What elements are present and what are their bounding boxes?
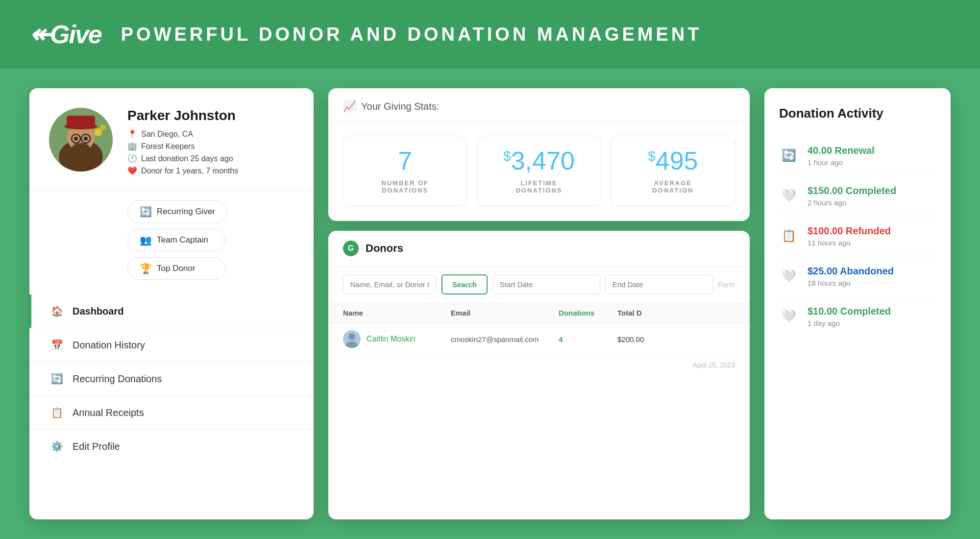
stats-grid: 7 NUMBER OFDONATIONS $3,470 LIFETIMEDONA… [328, 121, 750, 221]
sidebar-item-donation-history[interactable]: 📅 Donation History [29, 328, 314, 362]
heart-outline-icon-3: 🤍 [782, 269, 796, 283]
calendar-icon: 📅 [51, 339, 63, 351]
stat-label-donations: NUMBER OFDONATIONS [353, 179, 457, 194]
col-total: Total D [617, 309, 735, 317]
profile-meta: 📍 San Diego, CA 🏢 Forest Keepers 🕐 Last … [127, 129, 294, 175]
activity-time-3: 18 hours ago [808, 279, 936, 287]
activity-item-0: 🔄 40.00 Renewal 1 hour ago [779, 136, 936, 176]
activity-time-0: 1 hour ago [808, 158, 936, 167]
gear-icon: ⚙️ [51, 441, 63, 452]
col-name: Name [343, 309, 451, 317]
chart-icon: 📈 [343, 100, 356, 113]
svg-point-10 [84, 137, 88, 141]
renewal-icon: 🔄 [782, 148, 796, 162]
donors-header: G Donors [328, 231, 750, 267]
org-icon: 🏢 [127, 142, 136, 151]
profile-section: Parker Johnston 📍 San Diego, CA 🏢 Forest… [29, 88, 314, 191]
stat-num-donations: 7 NUMBER OFDONATIONS [343, 136, 467, 206]
activity-icon-wrap-1: 🤍 [779, 186, 799, 205]
activity-icon-wrap-3: 🤍 [779, 266, 799, 286]
profile-info: Parker Johnston 📍 San Diego, CA 🏢 Forest… [127, 108, 294, 175]
activity-title: Donation Activity [779, 106, 936, 121]
home-icon: 🏠 [51, 305, 63, 317]
list-icon: 📋 [782, 229, 796, 243]
header: ↞Give POWERFUL DONOR AND DONATION MANAGE… [0, 0, 980, 69]
stats-card: 📈 Your Giving Stats: 7 NUMBER OFDONATION… [328, 88, 750, 221]
meta-last-donation: 🕐 Last donation 25 days ago [127, 154, 294, 163]
activity-text-0: 40.00 Renewal 1 hour ago [808, 145, 936, 167]
heart-outline-icon-4: 🤍 [782, 309, 796, 323]
left-panel: Parker Johnston 📍 San Diego, CA 🏢 Forest… [29, 88, 314, 519]
give-logo-small: G [343, 241, 359, 256]
heart-outline-icon-1: 🤍 [782, 189, 796, 202]
trophy-icon: 🏆 [140, 263, 152, 274]
svg-point-12 [100, 124, 106, 130]
main-area: Parker Johnston 📍 San Diego, CA 🏢 Forest… [0, 69, 980, 539]
team-icon: 👥 [140, 234, 152, 246]
heart-icon: ❤️ [127, 166, 136, 175]
stat-average: $495 AVERAGEDONATION [611, 136, 735, 206]
badge-team-captain: 👥 Team Captain [127, 229, 225, 251]
stat-lifetime: $3,470 LIFETIMEDONATIONS [477, 136, 601, 206]
logo-arrow: ↞ [29, 20, 50, 49]
activity-amount-0: 40.00 Renewal [808, 145, 936, 156]
activity-item-1: 🤍 $150.00 Completed 2 hours ago [779, 176, 936, 216]
meta-location: 📍 San Diego, CA [127, 129, 294, 139]
donors-card: G Donors Search Form Name Email Donation… [328, 231, 750, 519]
table-footer-date: April 15, 2023 [328, 355, 750, 375]
logo: ↞Give [29, 20, 101, 49]
meta-donor-duration: ❤️ Donor for 1 years, 7 months [127, 166, 294, 175]
donors-search-bar: Search Form [328, 267, 750, 303]
form-label: Form [718, 280, 735, 289]
activity-amount-2: $100.00 Refunded [808, 225, 936, 237]
badges-section: 🔄 Recurring Giver 👥 Team Captain 🏆 Top D… [29, 191, 314, 290]
activity-time-4: 1 day ago [808, 319, 936, 327]
stat-label-average: AVERAGEDONATION [621, 179, 725, 194]
activity-icon-wrap-0: 🔄 [779, 146, 799, 165]
activity-amount-1: $150.00 Completed [808, 185, 936, 196]
activity-item-3: 🤍 $25.00 Abandoned 18 hours ago [779, 256, 936, 296]
activity-item-2: 📋 $100.00 Refunded 11 hours ago [779, 216, 936, 256]
activity-amount-4: $10.00 Completed [808, 305, 936, 317]
end-date-input[interactable] [605, 275, 713, 294]
recurring-nav-icon: 🔄 [51, 373, 63, 385]
avatar [49, 108, 113, 172]
activity-text-1: $150.00 Completed 2 hours ago [808, 185, 936, 207]
badge-top-donor: 🏆 Top Donor [127, 257, 225, 280]
stat-number-lifetime: $3,470 [487, 148, 590, 173]
row-donor-name: Caitlin Moskin [367, 335, 416, 343]
activity-text-3: $25.00 Abandoned 18 hours ago [808, 265, 936, 287]
profile-name: Parker Johnston [127, 108, 294, 123]
col-email: Email [451, 309, 559, 317]
stats-header: 📈 Your Giving Stats: [328, 88, 750, 121]
sidebar-item-annual-receipts[interactable]: 📋 Annual Receipts [29, 395, 314, 429]
clock-icon: 🕐 [127, 154, 136, 163]
svg-point-11 [94, 128, 102, 136]
start-date-input[interactable] [492, 275, 600, 294]
search-button[interactable]: Search [441, 274, 488, 294]
row-name-cell: Caitlin Moskin [343, 330, 451, 348]
row-avatar [343, 330, 361, 348]
recurring-icon: 🔄 [140, 206, 152, 218]
svg-rect-4 [67, 116, 95, 127]
stat-number-donations: 7 [353, 148, 457, 173]
location-icon: 📍 [127, 129, 136, 139]
sidebar-item-recurring-donations[interactable]: 🔄 Recurring Donations [29, 362, 314, 395]
stat-label-lifetime: LIFETIMEDONATIONS [487, 179, 590, 194]
center-panel: 📈 Your Giving Stats: 7 NUMBER OFDONATION… [328, 88, 750, 519]
donors-title: Donors [366, 242, 403, 255]
activity-text-2: $100.00 Refunded 11 hours ago [808, 225, 936, 247]
donor-search-input[interactable] [343, 275, 437, 294]
activity-amount-3: $25.00 Abandoned [808, 265, 936, 277]
svg-point-14 [348, 333, 355, 340]
row-email-cell: cmoskin27@spanmail.com [451, 335, 559, 343]
sidebar-item-edit-profile[interactable]: ⚙️ Edit Profile [29, 429, 314, 463]
svg-point-5 [72, 143, 90, 153]
row-total-cell: $200.00 [617, 335, 735, 343]
col-donations: Donations [559, 309, 617, 317]
activity-icon-wrap-4: 🤍 [779, 306, 799, 326]
activity-icon-wrap-2: 📋 [779, 226, 799, 245]
header-title: POWERFUL DONOR AND DONATION MANAGEMENT [121, 24, 702, 45]
sidebar-item-dashboard[interactable]: 🏠 Dashboard [29, 294, 314, 328]
row-donations-cell: 4 [559, 335, 617, 343]
